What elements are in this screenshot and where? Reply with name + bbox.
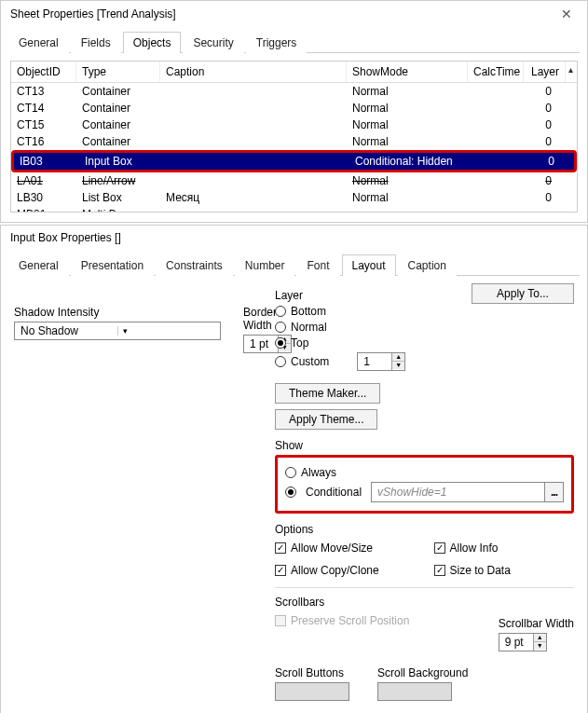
preserve-scroll-checkbox: Preserve Scroll Position [275,614,409,627]
layer-bottom-radio[interactable]: Bottom [275,305,405,318]
col-layer[interactable]: Layer [524,62,566,82]
tab-number[interactable]: Number [235,254,295,276]
scroll-background-color[interactable] [377,682,452,701]
tab-triggers[interactable]: Triggers [246,32,308,53]
shadow-intensity-label: Shadow Intensity [14,306,221,319]
chevron-down-icon: ▾ [117,326,220,336]
conditional-expression-input[interactable]: vShowHide=1 [371,482,545,502]
theme-maker-button[interactable]: Theme Maker... [275,383,380,404]
table-row[interactable]: LB30 List Box Месяц Normal 0 [11,189,577,206]
allow-info-checkbox[interactable]: Allow Info [434,542,575,555]
tab-caption[interactable]: Caption [398,254,457,276]
apply-to-button[interactable]: Apply To... [472,283,574,304]
window-title: Input Box Properties [] [10,231,121,244]
tab-presentation[interactable]: Presentation [71,254,154,276]
table-row[interactable]: CT15 Container Normal 0 [11,117,577,133]
options-group-label: Options [275,523,574,536]
col-caption[interactable]: Caption [160,62,347,82]
table-row[interactable]: MB01 Multi Box [11,206,577,212]
layer-custom-stepper[interactable]: 1 ▲▼ [357,352,405,371]
highlight-annotation: IB03 Input Box Conditional: Hidden 0 [11,150,577,172]
tab-constraints[interactable]: Constraints [156,254,233,276]
objects-grid: ▴ ObjectID Type Caption ShowMode CalcTim… [10,61,578,213]
highlight-annotation: Always Conditional vShowHide=1 ... [275,455,574,514]
tab-general[interactable]: General [8,32,69,53]
tab-objects[interactable]: Objects [123,32,182,53]
spin-down-icon[interactable]: ▼ [392,362,404,369]
show-conditional-radio[interactable]: Conditional vShowHide=1 ... [285,482,564,502]
layout-panel: Shadow Intensity No Shadow ▾ Border Widt… [1,276,587,713]
col-type[interactable]: Type [76,62,160,82]
scrollbar-width-label: Scrollbar Width [499,617,574,630]
left-column: Shadow Intensity No Shadow ▾ Border Widt… [14,283,256,701]
scroll-buttons-label: Scroll Buttons [275,666,349,679]
size-to-data-checkbox[interactable]: Size to Data [434,564,575,577]
tab-font[interactable]: Font [296,254,339,276]
scrollbars-group-label: Scrollbars [275,596,574,609]
layer-top-radio[interactable]: Top [275,336,405,350]
col-objectid[interactable]: ObjectID [11,62,76,82]
sheet-properties-window: Sheet Properties [Trend Analysis] ✕ Gene… [0,0,588,223]
scroll-background-label: Scroll Background [377,666,468,679]
tab-security[interactable]: Security [183,32,243,53]
titlebar: Sheet Properties [Trend Analysis] ✕ [1,1,587,27]
scrollbar-width-stepper[interactable]: 9 pt ▲▼ [499,633,547,651]
table-row-selected[interactable]: IB03 Input Box Conditional: Hidden 0 [14,153,574,170]
layer-normal-radio[interactable]: Normal [275,321,405,334]
layer-custom-radio[interactable]: Custom 1 ▲▼ [275,352,405,371]
layer-group-label: Layer [275,289,405,302]
sheet-tabs: General Fields Objects Security Triggers [8,31,580,53]
inputbox-properties-window: Input Box Properties [] General Presenta… [0,225,588,713]
allow-copy-checkbox[interactable]: Allow Copy/Clone [275,564,416,577]
shadow-intensity-select[interactable]: No Shadow ▾ [14,322,221,340]
titlebar: Input Box Properties [] [1,226,587,250]
spin-up-icon[interactable]: ▲ [534,634,546,642]
apply-theme-button[interactable]: Apply Theme... [275,409,377,430]
tab-fields[interactable]: Fields [71,32,121,53]
tab-layout[interactable]: Layout [342,254,396,276]
expression-browse-button[interactable]: ... [545,482,564,502]
show-group-label: Show [275,439,574,452]
table-row[interactable]: LA01 Line/Arrow Normal 0 [11,172,577,189]
grid-header: ObjectID Type Caption ShowMode CalcTime … [11,62,577,83]
window-title: Sheet Properties [Trend Analysis] [10,7,176,21]
ib-tabs: General Presentation Constraints Number … [8,254,580,276]
objects-panel: ▴ ObjectID Type Caption ShowMode CalcTim… [1,53,587,222]
allow-move-checkbox[interactable]: Allow Move/Size [275,542,416,555]
spin-down-icon[interactable]: ▼ [534,642,546,650]
scroll-up-icon[interactable]: ▴ [568,64,573,75]
tab-general[interactable]: General [8,254,69,276]
table-row[interactable]: CT13 Container Normal 0 [11,83,577,100]
close-icon[interactable]: ✕ [555,7,578,21]
right-column: Layer Bottom Normal Top Custom 1 ▲▼ Appl… [275,283,574,701]
col-showmode[interactable]: ShowMode [347,62,468,82]
table-row[interactable]: CT14 Container Normal 0 [11,100,577,117]
scroll-buttons-color[interactable] [275,682,349,701]
table-row[interactable]: CT16 Container Normal 0 [11,133,577,150]
show-always-radio[interactable]: Always [285,466,564,479]
col-calctime[interactable]: CalcTime [468,62,524,82]
spin-up-icon[interactable]: ▲ [392,353,404,362]
